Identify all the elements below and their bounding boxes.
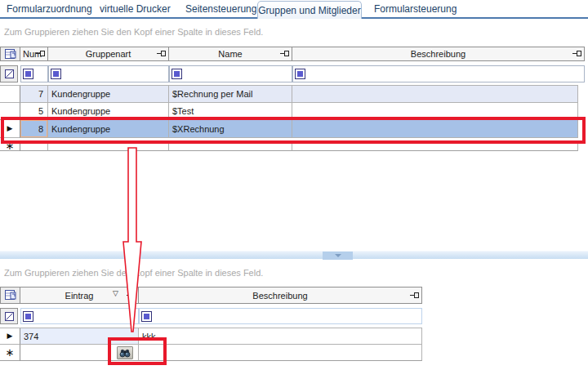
top-grid-customize-button[interactable] <box>0 47 20 61</box>
top-grid-filter-beschreibung[interactable] <box>292 65 585 82</box>
tab-formularzuordnung[interactable]: Formularzuordnung <box>7 3 92 15</box>
filter-condition-button[interactable] <box>295 69 305 79</box>
bottom-grid-customize-button[interactable] <box>0 287 20 304</box>
pin-icon[interactable] <box>36 51 45 57</box>
filter-condition-button[interactable] <box>23 311 33 322</box>
annotation-highlight-selected-row <box>1 117 586 144</box>
top-grid-header-num[interactable]: Num <box>20 47 48 61</box>
cell-name[interactable]: $Rechnung per Mail <box>169 86 292 103</box>
top-grid-filter-num[interactable] <box>20 65 48 82</box>
group-panel-hint-top: Zum Gruppieren ziehen Sie den Kopf einer… <box>4 27 263 37</box>
sort-descending-icon: ▽ <box>113 289 118 297</box>
pin-icon[interactable] <box>280 51 289 57</box>
annotation-arrow-down <box>118 145 148 337</box>
horizontal-splitter[interactable] <box>0 251 588 259</box>
cell-gruppenart[interactable]: Kundengruppe <box>48 86 169 103</box>
header-label-eintrag: Eintrag <box>65 291 94 301</box>
splitter-collapse-button[interactable] <box>323 252 353 260</box>
top-grid-header-name[interactable]: Name <box>169 47 292 61</box>
tab-active-label: Gruppen und Mitglieder <box>258 5 360 16</box>
filter-condition-button[interactable] <box>51 69 61 79</box>
cell-beschreibung[interactable]: kkk <box>139 328 422 345</box>
row-indicator-cell: ▶ <box>0 328 20 345</box>
top-grid-header-beschreibung[interactable]: Beschreibung <box>292 47 585 61</box>
collapse-arrow-down-icon <box>335 254 341 257</box>
new-item-row[interactable]: ∗ <box>0 345 422 361</box>
bottom-grid-filter-edit-button[interactable] <box>0 308 18 324</box>
top-grid-filter-edit-button[interactable] <box>0 65 18 82</box>
header-label-gruppenart: Gruppenart <box>86 49 131 59</box>
filter-condition-button[interactable] <box>172 69 182 79</box>
top-grid-filter-name[interactable] <box>169 65 292 82</box>
annotation-highlight-lookup-button <box>108 337 167 365</box>
header-label-name: Name <box>218 49 242 59</box>
pin-icon[interactable] <box>410 292 419 299</box>
row-indicator-cell: ∗ <box>0 345 20 361</box>
cell-num[interactable]: 7 <box>20 86 48 103</box>
table-row[interactable]: 7 Kundengruppe $Rechnung per Mail <box>0 86 578 103</box>
filter-condition-button[interactable] <box>23 69 33 79</box>
pin-icon[interactable] <box>572 51 581 57</box>
top-grid-filter-gruppenart[interactable] <box>48 65 169 82</box>
cell-beschreibung[interactable] <box>139 345 422 361</box>
tab-formularsteuerung[interactable]: Formularsteuerung <box>374 3 457 15</box>
top-grid-header-gruppenart[interactable]: Gruppenart <box>48 47 169 61</box>
tab-seitensteuerung[interactable]: Seitensteuerung <box>185 3 256 15</box>
new-row-asterisk-icon: ∗ <box>6 347 15 358</box>
bottom-grid-filter-beschreibung[interactable] <box>139 308 422 324</box>
filter-icon <box>4 311 15 322</box>
cell-beschreibung[interactable] <box>292 86 578 103</box>
tab-virtuelle-drucker[interactable]: virtuelle Drucker <box>100 3 171 15</box>
selected-row-arrow-icon: ▶ <box>7 332 13 340</box>
bottom-grid-header-beschreibung[interactable]: Beschreibung <box>139 287 422 304</box>
header-label-beschreibung: Beschreibung <box>411 49 466 59</box>
pin-icon[interactable] <box>157 51 166 57</box>
grid-customize-icon <box>4 289 17 301</box>
table-row-selected[interactable]: ▶ 374 kkk <box>0 328 422 345</box>
grid-customize-icon <box>4 48 17 60</box>
filter-icon <box>4 69 15 79</box>
row-indicator-cell <box>0 86 20 103</box>
tab-gruppen-und-mitglieder[interactable]: Gruppen und Mitglieder <box>257 1 362 19</box>
app-window: Formularzuordnung virtuelle Drucker Seit… <box>0 0 588 370</box>
header-label-beschreibung: Beschreibung <box>252 291 307 301</box>
